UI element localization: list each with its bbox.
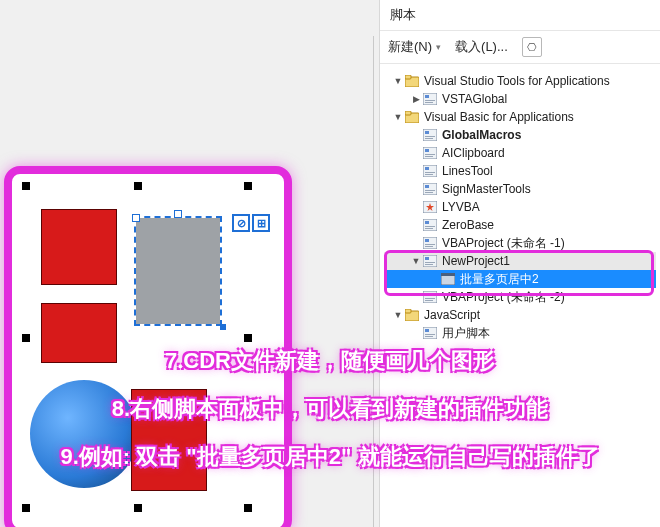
tree-item[interactable]: VBAProject (未命名 -1)	[384, 234, 656, 252]
selection-handle[interactable]	[22, 504, 30, 512]
svg-rect-31	[425, 239, 429, 242]
svg-rect-29	[425, 228, 433, 229]
node-handle[interactable]	[132, 214, 140, 222]
expander-icon[interactable]: ▼	[410, 252, 422, 270]
svg-rect-21	[425, 185, 429, 188]
chevron-down-icon: ▾	[436, 42, 441, 52]
shape-red-rect-3[interactable]	[132, 390, 206, 490]
svg-rect-27	[425, 221, 429, 224]
shape-grey-rect[interactable]	[136, 218, 220, 324]
node-handle[interactable]	[174, 210, 182, 218]
svg-rect-26	[423, 219, 437, 231]
tree-item[interactable]: ▼JavaScript	[384, 306, 656, 324]
tree-item[interactable]: LYVBA	[384, 198, 656, 216]
svg-rect-48	[425, 334, 435, 335]
svg-rect-18	[425, 172, 435, 173]
svg-rect-3	[425, 95, 429, 98]
tree-item-label: Visual Basic for Applications	[422, 108, 576, 126]
svg-rect-43	[425, 300, 433, 301]
module-icon	[422, 236, 438, 250]
load-menu[interactable]: 载入(L)...	[455, 38, 508, 56]
svg-rect-19	[425, 174, 433, 175]
svg-rect-10	[425, 136, 435, 137]
shape-blue-circle[interactable]	[30, 380, 138, 488]
module-icon	[422, 128, 438, 142]
module-icon	[422, 326, 438, 340]
panel-divider[interactable]	[373, 36, 374, 527]
tree-item[interactable]: VBAProject (未命名 -2)	[384, 288, 656, 306]
selection-handle[interactable]	[134, 182, 142, 190]
selection-handle[interactable]	[244, 182, 252, 190]
duplicate-shape-icon[interactable]: ⊞	[252, 214, 270, 232]
expander-icon[interactable]: ▼	[392, 108, 404, 126]
svg-rect-35	[425, 257, 429, 260]
svg-rect-14	[425, 154, 435, 155]
svg-rect-22	[425, 190, 435, 191]
svg-rect-40	[423, 291, 437, 303]
module-icon	[422, 218, 438, 232]
tree-item[interactable]: ▼NewProject1	[384, 252, 656, 270]
tree-item[interactable]: AIClipboard	[384, 144, 656, 162]
svg-rect-33	[425, 246, 433, 247]
form-icon	[440, 272, 456, 286]
module-icon	[422, 182, 438, 196]
tree-item-label: LYVBA	[440, 198, 482, 216]
selection-handle[interactable]	[22, 334, 30, 342]
svg-rect-20	[423, 183, 437, 195]
selection-handle[interactable]	[134, 504, 142, 512]
expander-icon[interactable]: ▼	[392, 72, 404, 90]
new-menu[interactable]: 新建(N) ▾	[388, 38, 441, 56]
tree-item[interactable]: LinesTool	[384, 162, 656, 180]
tree-item-label: Visual Studio Tools for Applications	[422, 72, 612, 90]
svg-rect-4	[425, 100, 435, 101]
svg-rect-2	[423, 93, 437, 105]
node-handle[interactable]	[220, 324, 226, 330]
new-menu-label: 新建(N)	[388, 38, 432, 56]
panel-title: 脚本	[380, 0, 660, 31]
svg-rect-34	[423, 255, 437, 267]
module-star-icon	[422, 200, 438, 214]
tree-item-selected[interactable]: 批量多页居中2	[384, 270, 656, 288]
tree-item-label: ZeroBase	[440, 216, 496, 234]
svg-rect-32	[425, 244, 435, 245]
tree-item-label: VBAProject (未命名 -1)	[440, 234, 567, 252]
svg-rect-8	[423, 129, 437, 141]
canvas-preview: ⊘ ⊞	[4, 166, 292, 527]
tree-item[interactable]: ZeroBase	[384, 216, 656, 234]
svg-rect-39	[441, 273, 455, 276]
svg-rect-12	[423, 147, 437, 159]
tree-item[interactable]: GlobalMacros	[384, 126, 656, 144]
delete-shape-icon[interactable]: ⊘	[232, 214, 250, 232]
tree-item-label: 批量多页居中2	[458, 270, 541, 288]
panel-toolbar: 新建(N) ▾ 载入(L)... ⎔	[380, 31, 660, 64]
shape-red-square-2[interactable]	[42, 304, 116, 362]
expander-icon[interactable]: ▶	[410, 90, 422, 108]
tree-item[interactable]: SignMasterTools	[384, 180, 656, 198]
module-icon	[422, 146, 438, 160]
selection-handle[interactable]	[244, 334, 252, 342]
module-icon	[422, 254, 438, 268]
svg-rect-23	[425, 192, 433, 193]
tree-item[interactable]: ▼Visual Basic for Applications	[384, 108, 656, 126]
tree-item-label: NewProject1	[440, 252, 512, 270]
load-menu-label: 载入(L)...	[455, 38, 508, 56]
svg-rect-36	[425, 262, 435, 263]
tree-item[interactable]: ▼Visual Studio Tools for Applications	[384, 72, 656, 90]
svg-rect-1	[405, 75, 411, 79]
tree-item[interactable]: ▶VSTAGlobal	[384, 90, 656, 108]
folder-code-icon	[404, 110, 420, 124]
selection-handle[interactable]	[22, 182, 30, 190]
tree-item-label: AIClipboard	[440, 144, 507, 162]
selection-handle[interactable]	[244, 504, 252, 512]
expander-icon[interactable]: ▼	[392, 306, 404, 324]
module-icon	[422, 92, 438, 106]
record-icon-button[interactable]: ⎔	[522, 37, 542, 57]
svg-rect-49	[425, 336, 433, 337]
svg-rect-41	[425, 293, 429, 296]
shape-red-square-1[interactable]	[42, 210, 116, 284]
svg-rect-9	[425, 131, 429, 134]
svg-rect-11	[425, 138, 433, 139]
svg-rect-13	[425, 149, 429, 152]
scripts-tree[interactable]: ▼Visual Studio Tools for Applications▶VS…	[380, 64, 660, 527]
tree-item[interactable]: 用户脚本	[384, 324, 656, 342]
